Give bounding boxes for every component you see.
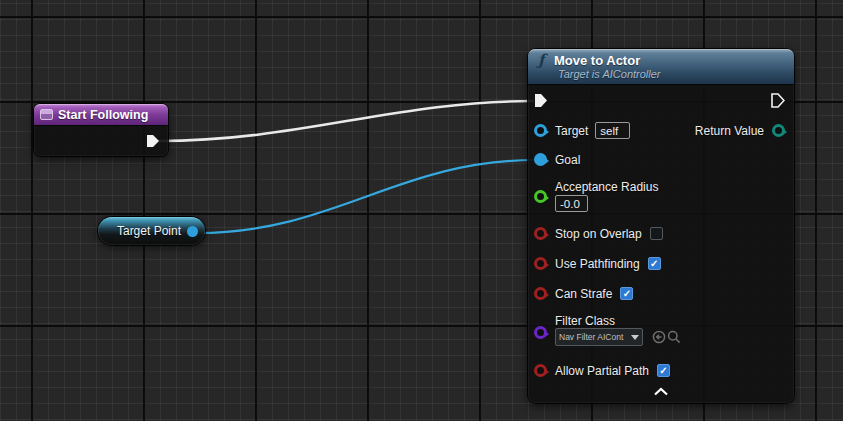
use-pathfinding-checkbox[interactable]: ✓ [648,257,661,270]
goal-pin[interactable] [534,153,547,166]
can-strafe-label: Can Strafe [555,287,612,301]
start-following-header[interactable]: Start Following [34,104,168,125]
allow-partial-path-pin[interactable] [534,364,547,377]
exec-output-pin[interactable] [771,93,785,108]
browse-asset-search-icon[interactable] [667,330,681,344]
can-strafe-pin[interactable] [534,287,547,300]
target-point-output-pin[interactable] [187,226,198,237]
allow-partial-path-checkbox[interactable]: ✓ [657,364,670,377]
use-pathfinding-pin[interactable] [534,257,547,270]
filter-class-dropdown[interactable]: Nav Filter AICont [555,328,643,346]
return-value-label: Return Value [695,124,764,138]
exec-output-pin[interactable] [146,134,160,148]
node-target-point[interactable]: Target Point [98,217,205,245]
function-icon: ƒ [538,51,544,69]
stop-on-overlap-label: Stop on Overlap [555,227,642,241]
custom-event-icon [40,109,53,120]
filter-class-pin[interactable] [534,326,547,339]
blueprint-graph-canvas[interactable]: Start Following Target Point ƒ Move to A… [0,0,843,421]
stop-on-overlap-checkbox[interactable] [650,227,663,240]
goal-pin-label: Goal [555,153,580,167]
target-point-label: Target Point [117,224,181,238]
can-strafe-checkbox[interactable]: ✓ [620,287,633,300]
exec-input-pin[interactable] [534,93,548,108]
start-following-title: Start Following [58,108,148,122]
node-start-following[interactable]: Start Following [34,104,168,156]
filter-class-label: Filter Class [555,314,615,328]
filter-class-selected-value: Nav Filter AICont [559,332,629,342]
acceptance-radius-label: Acceptance Radius [555,180,658,194]
use-pathfinding-label: Use Pathfinding [555,257,640,271]
chevron-up-icon[interactable] [653,387,669,396]
target-pin-label: Target [555,124,588,138]
acceptance-radius-pin[interactable] [534,190,547,203]
move-to-actor-header[interactable]: ƒ Move to Actor Target is AIController [528,49,794,84]
use-selected-asset-icon[interactable] [652,330,666,344]
node-move-to-actor[interactable]: ƒ Move to Actor Target is AIController T… [528,49,794,403]
return-value-pin[interactable] [772,124,785,137]
move-to-actor-title: Move to Actor [554,53,640,68]
target-value-input[interactable]: self [595,122,630,139]
acceptance-radius-input[interactable]: -0.0 [555,195,588,212]
target-pin[interactable] [534,124,547,137]
goal-data-wire [197,160,536,233]
allow-partial-path-label: Allow Partial Path [555,364,649,378]
chevron-down-icon [631,335,639,340]
exec-wire [158,101,534,141]
move-to-actor-subtitle: Target is AIController [558,68,661,80]
stop-on-overlap-pin[interactable] [534,227,547,240]
